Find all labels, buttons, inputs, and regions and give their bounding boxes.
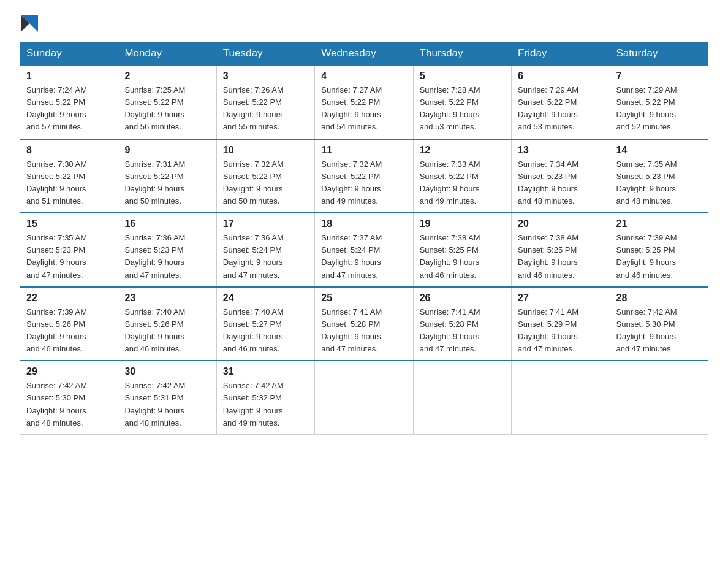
day-info: Sunrise: 7:29 AMSunset: 5:22 PMDaylight:…: [518, 85, 578, 131]
day-info: Sunrise: 7:41 AMSunset: 5:28 PMDaylight:…: [420, 307, 480, 353]
day-info: Sunrise: 7:38 AMSunset: 5:25 PMDaylight:…: [420, 233, 480, 279]
day-cell: 30 Sunrise: 7:42 AMSunset: 5:31 PMDaylig…: [118, 361, 216, 434]
day-number: 28: [616, 293, 702, 304]
day-number: 10: [223, 145, 308, 156]
calendar-table: SundayMondayTuesdayWednesdayThursdayFrid…: [20, 42, 708, 435]
day-number: 27: [518, 293, 603, 304]
day-cell: 1 Sunrise: 7:24 AMSunset: 5:22 PMDayligh…: [20, 65, 118, 139]
day-number: 14: [616, 145, 702, 156]
day-info: Sunrise: 7:42 AMSunset: 5:30 PMDaylight:…: [616, 307, 677, 353]
day-info: Sunrise: 7:34 AMSunset: 5:23 PMDaylight:…: [518, 159, 578, 205]
day-cell: 15 Sunrise: 7:35 AMSunset: 5:23 PMDaylig…: [20, 213, 118, 287]
day-info: Sunrise: 7:27 AMSunset: 5:22 PMDaylight:…: [321, 85, 382, 131]
day-cell: 17 Sunrise: 7:36 AMSunset: 5:24 PMDaylig…: [216, 213, 314, 287]
day-number: 15: [26, 218, 112, 229]
day-cell: 23 Sunrise: 7:40 AMSunset: 5:26 PMDaylig…: [118, 287, 216, 361]
day-number: 6: [518, 71, 603, 82]
day-info: Sunrise: 7:26 AMSunset: 5:22 PMDaylight:…: [223, 85, 284, 131]
day-info: Sunrise: 7:36 AMSunset: 5:24 PMDaylight:…: [223, 233, 284, 279]
day-cell: 19 Sunrise: 7:38 AMSunset: 5:25 PMDaylig…: [413, 213, 511, 287]
day-info: Sunrise: 7:42 AMSunset: 5:31 PMDaylight:…: [124, 381, 185, 427]
day-number: 4: [321, 71, 406, 82]
day-cell: 16 Sunrise: 7:36 AMSunset: 5:23 PMDaylig…: [118, 213, 216, 287]
day-info: Sunrise: 7:41 AMSunset: 5:29 PMDaylight:…: [518, 307, 578, 353]
day-number: 22: [26, 293, 112, 304]
day-info: Sunrise: 7:35 AMSunset: 5:23 PMDaylight:…: [616, 159, 677, 205]
logo-icon: [21, 15, 38, 32]
day-cell: 20 Sunrise: 7:38 AMSunset: 5:25 PMDaylig…: [512, 213, 610, 287]
day-cell: 4 Sunrise: 7:27 AMSunset: 5:22 PMDayligh…: [315, 65, 413, 139]
day-info: Sunrise: 7:29 AMSunset: 5:22 PMDaylight:…: [616, 85, 677, 131]
day-cell: 10 Sunrise: 7:32 AMSunset: 5:22 PMDaylig…: [216, 139, 314, 213]
day-number: 18: [321, 218, 406, 229]
day-cell: 24 Sunrise: 7:40 AMSunset: 5:27 PMDaylig…: [216, 287, 314, 361]
day-cell: 22 Sunrise: 7:39 AMSunset: 5:26 PMDaylig…: [20, 287, 118, 361]
day-cell: 7 Sunrise: 7:29 AMSunset: 5:22 PMDayligh…: [610, 65, 708, 139]
logo: [20, 15, 39, 32]
day-info: Sunrise: 7:32 AMSunset: 5:22 PMDaylight:…: [223, 159, 284, 205]
header-tuesday: Tuesday: [216, 42, 314, 66]
day-cell: 6 Sunrise: 7:29 AMSunset: 5:22 PMDayligh…: [512, 65, 610, 139]
day-info: Sunrise: 7:30 AMSunset: 5:22 PMDaylight:…: [26, 159, 87, 205]
header-thursday: Thursday: [413, 42, 511, 66]
day-cell: 5 Sunrise: 7:28 AMSunset: 5:22 PMDayligh…: [413, 65, 511, 139]
day-cell: 8 Sunrise: 7:30 AMSunset: 5:22 PMDayligh…: [20, 139, 118, 213]
day-number: 30: [124, 366, 210, 377]
day-number: 26: [420, 293, 505, 304]
day-number: 16: [124, 218, 210, 229]
day-info: Sunrise: 7:36 AMSunset: 5:23 PMDaylight:…: [124, 233, 185, 279]
day-info: Sunrise: 7:25 AMSunset: 5:22 PMDaylight:…: [124, 85, 185, 131]
week-row-4: 22 Sunrise: 7:39 AMSunset: 5:26 PMDaylig…: [20, 287, 708, 361]
day-info: Sunrise: 7:32 AMSunset: 5:22 PMDaylight:…: [321, 159, 382, 205]
day-info: Sunrise: 7:38 AMSunset: 5:25 PMDaylight:…: [518, 233, 578, 279]
header-sunday: Sunday: [20, 42, 118, 66]
header-saturday: Saturday: [610, 42, 708, 66]
header-monday: Monday: [118, 42, 216, 66]
week-row-5: 29 Sunrise: 7:42 AMSunset: 5:30 PMDaylig…: [20, 361, 708, 434]
day-cell: 9 Sunrise: 7:31 AMSunset: 5:22 PMDayligh…: [118, 139, 216, 213]
day-cell: 2 Sunrise: 7:25 AMSunset: 5:22 PMDayligh…: [118, 65, 216, 139]
day-number: 5: [420, 71, 505, 82]
week-row-1: 1 Sunrise: 7:24 AMSunset: 5:22 PMDayligh…: [20, 65, 708, 139]
day-cell: 3 Sunrise: 7:26 AMSunset: 5:22 PMDayligh…: [216, 65, 314, 139]
week-row-2: 8 Sunrise: 7:30 AMSunset: 5:22 PMDayligh…: [20, 139, 708, 213]
day-number: 3: [223, 71, 308, 82]
day-info: Sunrise: 7:39 AMSunset: 5:25 PMDaylight:…: [616, 233, 677, 279]
week-row-3: 15 Sunrise: 7:35 AMSunset: 5:23 PMDaylig…: [20, 213, 708, 287]
day-number: 13: [518, 145, 603, 156]
day-cell: [610, 361, 708, 434]
day-number: 1: [26, 71, 112, 82]
day-number: 29: [26, 366, 112, 377]
day-number: 31: [223, 366, 308, 377]
day-info: Sunrise: 7:33 AMSunset: 5:22 PMDaylight:…: [420, 159, 480, 205]
day-info: Sunrise: 7:28 AMSunset: 5:22 PMDaylight:…: [420, 85, 480, 131]
day-number: 7: [616, 71, 702, 82]
day-cell: 12 Sunrise: 7:33 AMSunset: 5:22 PMDaylig…: [413, 139, 511, 213]
day-info: Sunrise: 7:41 AMSunset: 5:28 PMDaylight:…: [321, 307, 382, 353]
day-cell: 27 Sunrise: 7:41 AMSunset: 5:29 PMDaylig…: [512, 287, 610, 361]
day-number: 25: [321, 293, 406, 304]
day-info: Sunrise: 7:31 AMSunset: 5:22 PMDaylight:…: [124, 159, 185, 205]
header-friday: Friday: [512, 42, 610, 66]
day-cell: 11 Sunrise: 7:32 AMSunset: 5:22 PMDaylig…: [315, 139, 413, 213]
day-info: Sunrise: 7:40 AMSunset: 5:26 PMDaylight:…: [124, 307, 185, 353]
day-cell: 29 Sunrise: 7:42 AMSunset: 5:30 PMDaylig…: [20, 361, 118, 434]
day-info: Sunrise: 7:24 AMSunset: 5:22 PMDaylight:…: [26, 85, 87, 131]
day-cell: 18 Sunrise: 7:37 AMSunset: 5:24 PMDaylig…: [315, 213, 413, 287]
calendar-body: 1 Sunrise: 7:24 AMSunset: 5:22 PMDayligh…: [20, 65, 708, 434]
day-number: 19: [420, 218, 505, 229]
day-cell: 28 Sunrise: 7:42 AMSunset: 5:30 PMDaylig…: [610, 287, 708, 361]
day-cell: [315, 361, 413, 434]
day-cell: [512, 361, 610, 434]
day-number: 21: [616, 218, 702, 229]
day-info: Sunrise: 7:35 AMSunset: 5:23 PMDaylight:…: [26, 233, 87, 279]
day-number: 23: [124, 293, 210, 304]
day-number: 20: [518, 218, 603, 229]
day-info: Sunrise: 7:42 AMSunset: 5:30 PMDaylight:…: [26, 381, 87, 427]
day-number: 12: [420, 145, 505, 156]
day-cell: 26 Sunrise: 7:41 AMSunset: 5:28 PMDaylig…: [413, 287, 511, 361]
day-cell: 13 Sunrise: 7:34 AMSunset: 5:23 PMDaylig…: [512, 139, 610, 213]
page-header: [20, 15, 708, 32]
day-number: 11: [321, 145, 406, 156]
day-cell: 25 Sunrise: 7:41 AMSunset: 5:28 PMDaylig…: [315, 287, 413, 361]
